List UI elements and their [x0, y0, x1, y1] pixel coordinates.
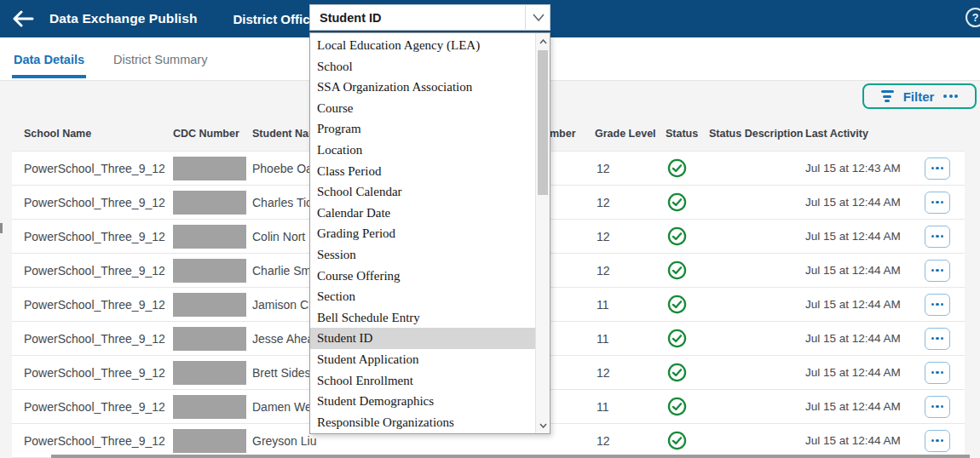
dropdown-option-school-enrollment[interactable]: School Enrollment — [310, 370, 535, 392]
status-success-icon — [666, 424, 687, 457]
row-actions-button[interactable] — [925, 260, 950, 282]
last-activity-cell: Jul 15 at 12:44 AM — [805, 424, 901, 457]
grade-level-cell: 12 — [597, 254, 610, 287]
grade-level-cell: 11 — [597, 390, 609, 423]
grade-level-cell: 12 — [597, 186, 610, 219]
dropdown-option-bell-schedule-entry[interactable]: Bell Schedule Entry — [310, 307, 535, 329]
row-actions-button[interactable] — [925, 430, 950, 452]
grade-level-cell: 12 — [597, 220, 610, 253]
row-actions-button[interactable] — [925, 396, 950, 418]
dropdown-option-session[interactable]: Session — [310, 244, 535, 266]
grade-level-cell: 12 — [597, 424, 610, 457]
entity-dropdown-list: Local Education Agency (LEA) School SSA … — [309, 32, 551, 434]
cdc-number-redacted — [173, 293, 246, 317]
dropdown-option-school[interactable]: School — [310, 56, 535, 77]
clipped-edge-element — [0, 223, 3, 233]
student-name-cell: Brett Sides — [252, 356, 310, 389]
scroll-down-icon[interactable] — [536, 418, 550, 432]
row-actions-button[interactable] — [925, 226, 950, 248]
cdc-number-redacted — [173, 157, 246, 180]
column-cdc-number: CDC Number — [173, 128, 239, 140]
column-school-name: School Name — [24, 128, 91, 140]
student-name-cell: Greyson Liu — [252, 424, 316, 457]
entity-select[interactable]: Student ID — [309, 4, 551, 31]
dropdown-option-course[interactable]: Course — [310, 98, 535, 119]
more-options-icon[interactable] — [943, 94, 958, 98]
school-name-cell: PowerSchool_Three_9_12 — [24, 288, 165, 321]
entity-select-value: Student ID — [309, 11, 525, 25]
dropdown-option-responsible-organizations[interactable]: Responsible Organizations — [310, 412, 535, 433]
help-icon[interactable]: ? — [966, 8, 980, 27]
dropdown-options: Local Education Agency (LEA) School SSA … — [310, 35, 535, 432]
row-actions-button[interactable] — [925, 362, 950, 384]
last-activity-cell: Jul 15 at 12:44 AM — [805, 186, 901, 219]
tab-district-summary[interactable]: District Summary — [112, 39, 209, 78]
dropdown-option-section[interactable]: Section — [310, 286, 535, 307]
column-grade-level: Grade Level — [595, 128, 656, 140]
cdc-number-redacted — [173, 395, 246, 419]
cdc-number-redacted — [173, 361, 246, 385]
row-actions-button[interactable] — [925, 157, 950, 180]
dropdown-option-student-application[interactable]: Student Application — [310, 349, 535, 370]
school-name-cell: PowerSchool_Three_9_12 — [24, 424, 165, 457]
chevron-down-icon[interactable] — [525, 4, 551, 31]
column-last-activity: Last Activity — [805, 128, 868, 140]
status-success-icon — [666, 390, 687, 423]
scroll-up-icon[interactable] — [536, 34, 550, 49]
last-activity-cell: Jul 15 at 12:43 AM — [805, 152, 901, 185]
column-student-number-partial: mber — [550, 128, 576, 140]
cdc-number-redacted — [173, 225, 246, 249]
student-name-cell: Charlie Sm — [252, 254, 311, 287]
school-name-cell: PowerSchool_Three_9_12 — [24, 322, 165, 355]
dropdown-option-location[interactable]: Location — [310, 140, 535, 161]
dropdown-option-course-offering[interactable]: Course Offering — [310, 266, 535, 287]
school-name-cell: PowerSchool_Three_9_12 — [24, 254, 165, 287]
grade-level-cell: 11 — [597, 288, 609, 321]
school-name-cell: PowerSchool_Three_9_12 — [24, 356, 165, 389]
last-activity-cell: Jul 15 at 12:44 AM — [805, 254, 901, 287]
last-activity-cell: Jul 15 at 12:44 AM — [805, 390, 901, 423]
grade-level-cell: 11 — [597, 322, 609, 355]
status-success-icon — [666, 356, 687, 389]
back-button[interactable] — [12, 8, 37, 30]
tab-data-details[interactable]: Data Details — [12, 39, 86, 78]
student-name-cell: Jesse Ahea — [252, 322, 314, 355]
dropdown-option-student-demographics[interactable]: Student Demographics — [310, 391, 535, 412]
student-name-cell: Colin Nort — [252, 220, 305, 253]
last-activity-cell: Jul 15 at 12:44 AM — [805, 356, 901, 389]
cdc-number-redacted — [173, 327, 246, 351]
dropdown-scrollbar[interactable] — [535, 33, 550, 433]
school-name-cell: PowerSchool_Three_9_12 — [24, 220, 165, 253]
student-name-cell: Phoebe Oa — [252, 152, 313, 185]
column-status: Status — [666, 128, 698, 140]
row-actions-button[interactable] — [925, 294, 950, 316]
school-name-cell: PowerSchool_Three_9_12 — [24, 152, 165, 185]
filter-label: Filter — [903, 89, 935, 104]
grade-level-cell: 12 — [597, 356, 610, 389]
dropdown-option-class-period[interactable]: Class Period — [310, 161, 535, 182]
district-label: District Office — [233, 12, 317, 26]
dropdown-option-program[interactable]: Program — [310, 118, 535, 140]
status-success-icon — [666, 186, 687, 219]
school-name-cell: PowerSchool_Three_9_12 — [24, 186, 165, 219]
cdc-number-redacted — [173, 259, 246, 283]
row-actions-button[interactable] — [925, 328, 950, 350]
app-window: Data Exchange Publish District Office ? … — [0, 0, 980, 458]
dropdown-option-student-id-selected[interactable]: Student ID — [310, 328, 535, 349]
horizontal-scrollbar[interactable] — [51, 455, 970, 458]
dropdown-option-grading-period[interactable]: Grading Period — [310, 223, 535, 244]
dropdown-option-ssa-org[interactable]: SSA Organization Association — [310, 77, 535, 98]
dropdown-scrollbar-thumb[interactable] — [538, 50, 548, 195]
status-success-icon — [666, 322, 687, 355]
dropdown-option-calendar-date[interactable]: Calendar Date — [310, 203, 535, 224]
row-actions-button[interactable] — [925, 192, 950, 214]
dropdown-option-lea[interactable]: Local Education Agency (LEA) — [310, 35, 535, 56]
last-activity-cell: Jul 15 at 12:44 AM — [805, 322, 901, 355]
student-name-cell: Damen We — [252, 390, 312, 423]
cdc-number-redacted — [173, 191, 246, 215]
back-arrow-icon — [12, 10, 34, 27]
student-name-cell: Charles Tic — [252, 186, 312, 219]
dropdown-option-school-calendar[interactable]: School Calendar — [310, 181, 535, 203]
filter-button[interactable]: Filter — [862, 83, 977, 109]
column-status-description: Status Description — [709, 128, 803, 140]
